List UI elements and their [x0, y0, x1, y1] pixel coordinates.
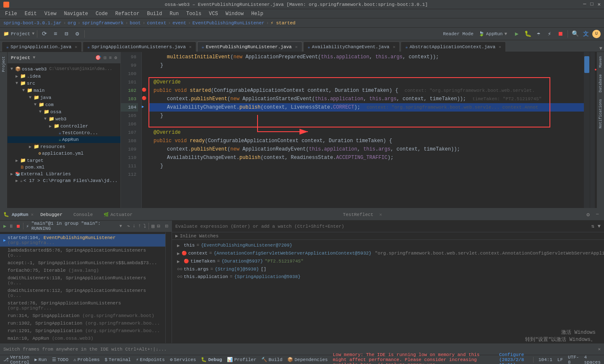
status-build[interactable]: 🔨 Build [261, 357, 282, 362]
tabs-more[interactable]: ▼ [599, 46, 602, 52]
maximize-btn[interactable]: □ [591, 1, 594, 8]
debug-close-btn[interactable]: − [594, 211, 601, 218]
var-context-expand[interactable]: ▶ [177, 251, 180, 256]
breadcrumb-spring-boot[interactable]: spring-boot-3.0.1.jar [3, 21, 62, 26]
var-thisapp[interactable]: ○○ this.application = {SpringApplication… [172, 273, 604, 281]
pause-btn[interactable]: ⏸ [9, 224, 13, 229]
tree-main[interactable]: ▼ 📁 main [8, 87, 120, 94]
var-timetaken-expand[interactable]: ▶ [177, 259, 182, 264]
frames-close-btn[interactable]: ✕ [598, 346, 601, 352]
frame-started2[interactable]: ▶ started:76, SpringApplicationRunListen… [0, 299, 165, 312]
tree-com[interactable]: ▼ 📁 com [8, 101, 120, 108]
code-area[interactable]: 98 99 100 101 102 103 104 105 106 107 10… [121, 52, 590, 208]
tree-target[interactable]: ▶ 📁 target [8, 157, 120, 164]
sync-btn[interactable]: ⟳ [40, 29, 49, 39]
side-tab-database[interactable]: Database [598, 72, 604, 95]
tree-apprun[interactable]: ☕ AppRun [8, 136, 120, 143]
frame-main[interactable]: ▶ main:10, AppRun (com.ossa.web3) [0, 335, 165, 342]
project-header-dropdown[interactable]: ▼ [33, 55, 35, 60]
status-terminal[interactable]: $ Terminal [105, 357, 131, 362]
translate-btn[interactable]: 文 [581, 29, 591, 39]
status-profiler[interactable]: 📊 Profiler [227, 357, 256, 362]
profile-btn[interactable]: ⚡ [545, 29, 554, 39]
close-btn[interactable]: ✕ [598, 1, 601, 8]
menu-build[interactable]: Build [143, 10, 165, 18]
var-timetaken[interactable]: ▶ 🔴 timeTaken = {Duration@5937} "PT2.512… [172, 257, 604, 265]
status-vcs[interactable]: ⎇ Version Control [3, 355, 29, 364]
frames-btn[interactable]: ▤ [151, 223, 154, 229]
tab-console[interactable]: Console [69, 211, 97, 218]
menu-tools[interactable]: Tools [183, 10, 205, 18]
debug-btn[interactable]: 🐛 [523, 29, 532, 39]
tree-java[interactable]: ▼ 📁 java [8, 94, 120, 101]
step-over-btn[interactable]: ↷ [127, 223, 130, 229]
coverage-btn[interactable]: ☂ [534, 29, 543, 39]
toolbar-dropdown[interactable]: ▼ [32, 31, 34, 36]
tab-spring-application[interactable]: ☕ SpringApplication.java ✕ [2, 42, 82, 52]
var-thisapp-expand[interactable]: ○○ [177, 274, 182, 279]
status-todo[interactable]: ☰ TODO [52, 357, 68, 362]
var-this-expand[interactable]: ▶ [177, 243, 182, 248]
debug-settings-btn[interactable]: ⚙ [585, 211, 591, 218]
breakpoint-103[interactable]: 🔴 [142, 96, 146, 101]
tree-idea[interactable]: ▶ 📁 .idea [8, 73, 120, 80]
status-services[interactable]: ⚙ Services [170, 357, 196, 362]
tree-web3[interactable]: ▼ 📁 web3 [8, 115, 120, 122]
tab-run-listeners[interactable]: ☕ SpringApplicationRunListeners.java ✕ [83, 42, 196, 52]
side-tab-project[interactable]: Project [1, 54, 7, 75]
breadcrumb-event[interactable]: event [172, 21, 186, 26]
side-tab-notifications[interactable]: Notifications [598, 96, 604, 131]
tree-jdk[interactable]: ▶ ☕ < 17 > C:\Program Files\Java\jd... [8, 177, 120, 184]
run-to-cursor-btn[interactable]: ⤵ [143, 223, 146, 229]
tree-src[interactable]: ▼ 📁 src [8, 80, 120, 87]
step-into-btn[interactable]: ↓ [133, 223, 135, 229]
tree-appyml[interactable]: ⚙ application.yml [8, 150, 120, 157]
user-btn[interactable]: U [592, 30, 601, 38]
project-gear-btn[interactable]: ⚙ [114, 55, 117, 60]
breadcrumb-org[interactable]: org [68, 21, 76, 26]
tab-debugger[interactable]: Debugger [36, 211, 67, 218]
breadcrumb-springframework[interactable]: springframework [82, 21, 124, 26]
frame-foreach[interactable]: ▶ forEachO:75, Iterable (java.lang) [0, 267, 165, 274]
eval-input[interactable] [175, 224, 590, 229]
var-context[interactable]: ▶ 🔴 context = {AnnotationConfigServletWe… [172, 250, 604, 257]
frame-run1302[interactable]: ▶ run:1302, SpringApplication (org.sprin… [0, 320, 165, 327]
eval-expand-btn[interactable]: ⇅ [591, 223, 594, 229]
tab-event-publishing[interactable]: ☕ EventPublishingRunListener.java ✕ [197, 42, 302, 52]
tree-controller[interactable]: ▶ 📁 controller [8, 122, 120, 130]
frame-dowith2[interactable]: ▶ doWithListeners:112, SpringApplication… [0, 287, 165, 299]
settings-btn[interactable]: ⚙ [73, 29, 82, 39]
frame-lambda[interactable]: ▶ lambda$started$5:76, SpringApplication… [0, 247, 165, 259]
resume-btn[interactable]: ▶ [3, 223, 6, 229]
project-layout-btn[interactable]: ⊡ [104, 55, 107, 60]
frame-run1291[interactable]: ▶ run:1291, SpringApplication (org.sprin… [0, 327, 165, 335]
status-debug[interactable]: 🐛 Debug [201, 357, 222, 362]
menu-vcs[interactable]: VCS [206, 10, 221, 18]
var-thisargs-expand[interactable]: ○○ [177, 267, 182, 272]
breadcrumb-context[interactable]: context [147, 21, 166, 26]
eval-history-btn[interactable]: ▼ [598, 224, 601, 229]
status-deps[interactable]: 📦 Dependencies [287, 357, 328, 362]
run-btn[interactable]: ▶ [512, 29, 521, 39]
run-config-dropdown[interactable]: ▼ [504, 31, 507, 36]
tab-actuator[interactable]: 🌿 Actuator [99, 211, 137, 218]
step-out-btn[interactable]: ↑ [138, 223, 141, 229]
frame-started[interactable]: ▶ started:104, EventPublishingRunListene… [0, 234, 165, 247]
inline-watches-expand[interactable]: ▶ [175, 233, 178, 239]
project-sort-btn[interactable]: ≡ [109, 55, 112, 60]
status-problems[interactable]: ⚠ Problems [73, 357, 99, 362]
search-btn[interactable]: 🔍 [570, 29, 580, 39]
tree-resources[interactable]: ▶ 📁 resources [8, 143, 120, 150]
stop-debug-btn[interactable]: ⏹ [16, 224, 21, 229]
status-configure[interactable]: Configure (2023/2/8 15:51) [499, 352, 528, 364]
frame-run314[interactable]: ▶ run:314, SpringApplication (org.spring… [0, 312, 165, 320]
breadcrumb-class[interactable]: EventPublishingRunListener [193, 21, 265, 26]
debug-test-tab[interactable]: TestReflect [340, 211, 377, 218]
breadcrumb-boot[interactable]: boot [130, 21, 141, 26]
reader-mode-label[interactable]: Reader Mode [443, 31, 474, 36]
menu-edit[interactable]: Edit [21, 10, 40, 18]
menu-run[interactable]: Run [166, 10, 182, 18]
side-tab-maven[interactable]: Maven [598, 54, 604, 70]
thread-filter-btn[interactable]: ▼ [120, 224, 122, 229]
maximize-panel-btn[interactable]: ⊡ [165, 223, 168, 229]
